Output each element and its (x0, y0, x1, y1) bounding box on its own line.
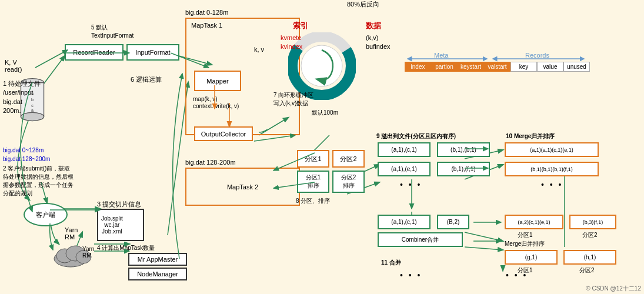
merge-sort-label: Merge归并排序 (505, 240, 545, 248)
b3f1-box: (b,3)(f,1) (569, 215, 616, 229)
dots3: • • • (400, 270, 422, 280)
submit-info-label: 2 客户端submit()前，获取待处理数据的信息，然后根据参数配置，形成一个任… (3, 165, 97, 198)
svg-text:Meta: Meta (434, 53, 449, 59)
map-kv-label: map(k, v) (193, 96, 218, 102)
mr-appmaster-box: Mr AppMaster (128, 253, 187, 266)
bigdat-128-200m-label: big.dat 128-200m (185, 159, 236, 166)
a2c1e1-box: (a,2)(c,1)(e,1) (505, 215, 563, 229)
footer-text: © CSDN @12十二12 (586, 285, 641, 293)
mapper-box: Mapper (194, 71, 241, 91)
kvmete-label: kvmete (281, 34, 301, 41)
yarn-rm-label: YarnRM (65, 226, 78, 240)
merge-result1-box: (a,1)(a,1)(c,1)(e,1) (505, 142, 599, 157)
merge-result2-box: (b,1)(b,1)(b,1)(f,1) (505, 162, 599, 176)
bigdat-0-128-label: big.dat 0~128m (3, 147, 44, 153)
h1-box: (h,1) (563, 250, 616, 265)
maptask2-outer-box: MapTask 2 (185, 168, 300, 206)
merge11-label: 11 合并 (381, 259, 401, 267)
kv-read-label: K, Vread() (5, 59, 22, 73)
kv-data-label: (k,v) (366, 34, 378, 41)
b1b1-box: (b,1),(b,1) (437, 142, 490, 157)
data-label: 数据 (366, 21, 381, 31)
context-write-label: context.write(k, v) (193, 103, 239, 109)
combiner-box: Combiner合并 (378, 232, 463, 247)
yarn-rm-text: YarnRM (82, 246, 94, 259)
circular-write-label: 7 向环形缓冲区写入(k,v)数据 (273, 91, 338, 108)
sort-label: 8 分区、排序 (296, 197, 330, 205)
svg-line-48 (35, 50, 68, 68)
hdfs-path-label: 1 待处理文件/user/inputbig.dat200m. (3, 79, 41, 116)
kv-inner-label: k, v (254, 46, 264, 53)
cut-info-label: 3 提交切片信息 (97, 200, 141, 209)
percent-80-label: 80%后反向 (347, 0, 379, 9)
partition2-box: 分区2 (332, 150, 365, 168)
svg-text:Records: Records (525, 53, 549, 59)
a1e1-box: (a,1),(e,1) (378, 162, 431, 176)
job-files-box: Job.splitwc.jarJob.xml (97, 209, 144, 241)
index-label: 索引 (293, 21, 308, 31)
B2-box: (B,2) (437, 215, 469, 229)
svg-line-10 (465, 232, 503, 241)
client-oval: 客户端 (24, 203, 68, 226)
meta-table: index partion keystart valstart key valu… (405, 62, 590, 72)
dots4: • • • (506, 270, 528, 280)
a1c1-box: (a,1),(c,1) (378, 142, 431, 157)
kvindex-label: kvindex (281, 43, 302, 50)
g1-box: (g,1) (505, 250, 558, 265)
partition2-label3: 分区2 (579, 266, 595, 275)
b1f1-box: (b,1),(f,1) (437, 162, 490, 176)
partition1-label2: 分区1 (518, 231, 533, 239)
dots1: • • • (400, 180, 422, 189)
compute-maptask-label: 4 计算出MapTask数量 (97, 244, 155, 252)
merge-label: 10 Merge归并排序 (506, 132, 555, 141)
nodemanager-box: NodeManager (128, 268, 187, 280)
bufindex-label: bufindex (366, 43, 391, 50)
outputcollector-box: OutputCollector (194, 126, 253, 141)
dots2: • • • (541, 180, 563, 189)
default-100m-label: 默认100m (312, 109, 338, 117)
logic-op-label: 6 逻辑运算 (131, 75, 162, 84)
partition2-label2: 分区2 (582, 231, 598, 239)
partition2-sort-box: 分区2排序 (332, 171, 365, 193)
bigdat-128m-label: big.dat 0-128m (185, 9, 228, 16)
recordreader-box: RecordReader (65, 44, 124, 61)
bigdat-128-200-label: big.dat 128~200m (3, 156, 50, 162)
a1c1-2-box: (a,1),(c,1) (378, 215, 431, 229)
spill-label: 9 溢出到文件(分区且区内有序) (376, 132, 456, 141)
svg-line-11 (465, 247, 503, 250)
inputformat-box: InputFormat (126, 44, 179, 61)
partition1-sort-box: 分区1排序 (297, 171, 329, 193)
partition1-box: 分区1 (297, 150, 329, 168)
default-textinputformat-label: 5 默认TextInputFormat (91, 24, 134, 40)
svg-line-47 (254, 135, 295, 141)
